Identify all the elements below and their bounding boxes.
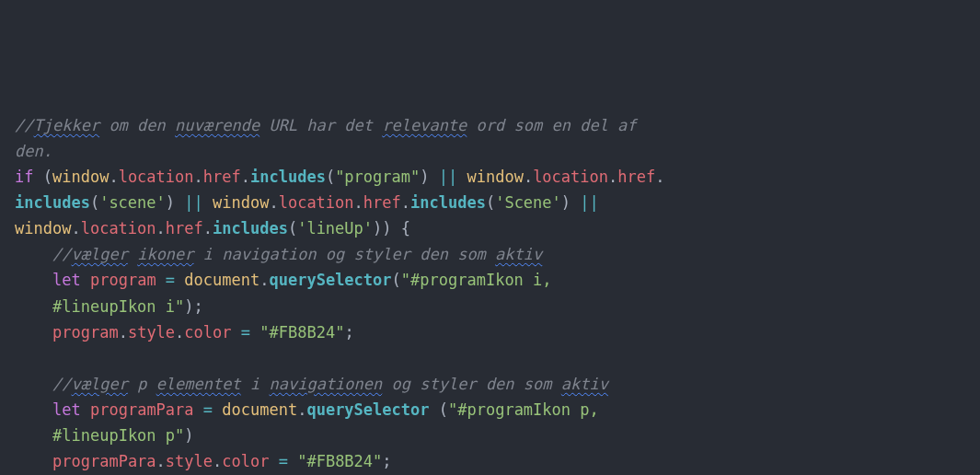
comment: //Tjekker om den nuværende URL har det r… <box>15 116 646 134</box>
comment: //vælger p elementet i navigationen og s… <box>52 375 608 393</box>
code-line: program.style.color = "#FB8B24"; <box>15 319 965 345</box>
code-line: if (window.location.href.includes("progr… <box>15 164 965 190</box>
code-editor[interactable]: //Tjekker om den nuværende URL har det r… <box>15 112 965 475</box>
code-line: //vælger ikoner i navigation og styler d… <box>15 241 965 267</box>
comment: den. <box>15 142 52 160</box>
code-line: den. <box>15 138 965 164</box>
code-line: window.location.href.includes('lineUp'))… <box>15 215 965 241</box>
comment: //vælger ikoner i navigation og styler d… <box>52 245 542 263</box>
code-line: #lineupIkon p") <box>15 423 965 448</box>
code-line: let programPara = document.querySelector… <box>15 397 965 423</box>
code-line: let program = document.querySelector("#p… <box>15 267 965 293</box>
code-line: programPara.style.color = "#FB8B24"; <box>15 448 965 474</box>
code-line: //Tjekker om den nuværende URL har det r… <box>15 112 965 138</box>
code-line: includes('scene') || window.location.hre… <box>15 190 965 215</box>
code-line: #lineupIkon i"); <box>15 294 965 319</box>
code-line: //vælger p elementet i navigationen og s… <box>15 371 965 397</box>
code-line <box>15 345 965 371</box>
